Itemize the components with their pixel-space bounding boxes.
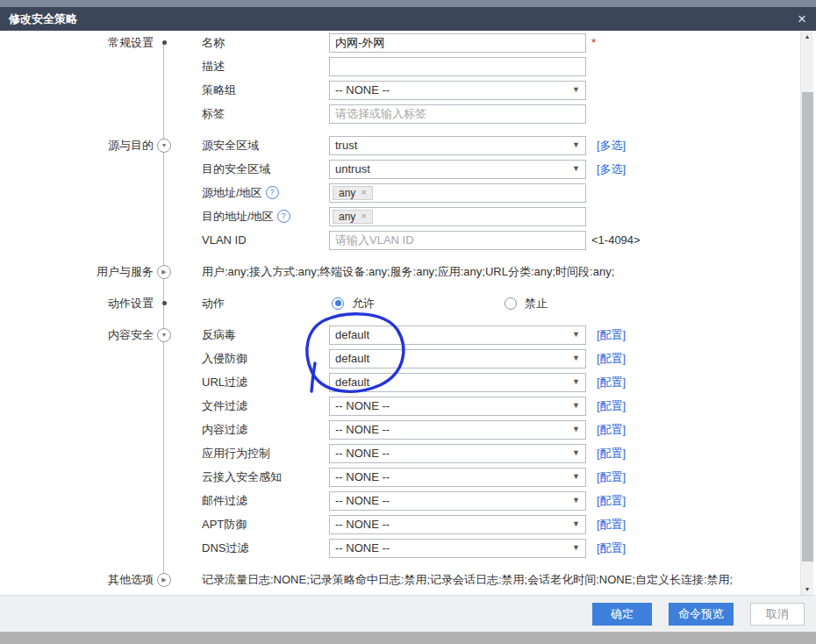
policy-group-select[interactable]: -- NONE -- ▼ — [329, 81, 586, 100]
dialog-titlebar: 修改安全策略 × — [0, 7, 816, 31]
chevron-down-icon: ▼ — [572, 331, 580, 339]
ok-button[interactable]: 确定 — [592, 603, 652, 626]
section-label-general: 常规设置 — [108, 35, 154, 51]
address-chip-value: any — [339, 187, 355, 199]
dialog-title: 修改安全策略 — [9, 11, 77, 27]
scrollbar-thumb[interactable] — [802, 92, 813, 562]
action-row: 动作 允许 禁止 — [202, 291, 816, 315]
configure-link[interactable]: [配置] — [597, 327, 626, 343]
section-label-other: 其他选项 — [108, 572, 154, 588]
policy-group-label: 策略组 — [202, 82, 329, 98]
profile-select[interactable]: -- NONE -- ▼ — [329, 397, 586, 416]
section-other: 其他选项 ▶ 记录流量日志:NONE;记录策略命中日志:禁用;记录会话日志:禁用… — [0, 568, 816, 591]
configure-link[interactable]: [配置] — [597, 375, 626, 390]
profile-select[interactable]: default ▼ — [329, 373, 586, 392]
background-page-strip-bottom — [0, 632, 816, 644]
collapse-chevron-icon[interactable]: ▼ — [157, 139, 171, 153]
configure-link[interactable]: [配置] — [597, 517, 626, 533]
content-security-row: 文件过滤 -- NONE -- ▼ [配置] — [202, 394, 816, 418]
profile-select[interactable]: -- NONE -- ▼ — [329, 515, 586, 534]
configure-link[interactable]: [配置] — [597, 469, 626, 485]
vlan-row: VLAN ID <1-4094> — [202, 228, 816, 252]
content-security-row: APT防御 -- NONE -- ▼ [配置] — [202, 512, 816, 536]
vertical-scrollbar[interactable]: ▲ ▼ — [800, 31, 813, 595]
dest-address-label: 目的地址/地区 — [202, 209, 274, 225]
chevron-down-icon: ▼ — [572, 165, 580, 173]
profile-select[interactable]: -- NONE -- ▼ — [329, 539, 586, 558]
section-action: 动作设置 动作 允许 禁止 — [0, 291, 816, 315]
help-icon[interactable]: ? — [277, 210, 290, 223]
address-chip: any × — [333, 210, 373, 224]
configure-link[interactable]: [配置] — [597, 351, 626, 367]
expand-chevron-icon[interactable]: ▶ — [157, 573, 171, 587]
configure-link[interactable]: [配置] — [597, 540, 626, 556]
profile-select[interactable]: -- NONE -- ▼ — [329, 491, 586, 511]
name-input[interactable] — [329, 33, 586, 53]
source-zone-row: 源安全区域 trust ▼ [多选] — [202, 133, 816, 157]
description-input[interactable] — [329, 57, 586, 76]
profile-select[interactable]: -- NONE -- ▼ — [329, 444, 586, 463]
chevron-down-icon: ▼ — [572, 473, 580, 481]
action-deny-option[interactable]: 禁止 — [505, 296, 548, 311]
section-user-service: 用户与服务 ▶ 用户:any;接入方式:any;终端设备:any;服务:any;… — [0, 260, 816, 283]
chip-remove-icon[interactable]: × — [361, 211, 366, 221]
name-label: 名称 — [202, 35, 329, 51]
action-allow-option[interactable]: 允许 — [332, 296, 505, 311]
scroll-up-icon[interactable]: ▲ — [801, 31, 813, 42]
address-chip: any × — [333, 186, 373, 200]
close-icon[interactable]: × — [798, 11, 806, 25]
content-security-row: 云接入安全感知 -- NONE -- ▼ [配置] — [202, 465, 816, 489]
action-label: 动作 — [202, 296, 329, 311]
chevron-down-icon: ▼ — [572, 544, 580, 552]
tag-input[interactable] — [329, 104, 586, 124]
source-address-label: 源地址/地区 — [202, 185, 262, 201]
action-deny-label: 禁止 — [525, 296, 548, 311]
command-preview-button[interactable]: 命令预览 — [669, 603, 734, 626]
section-label-content-security: 内容安全 — [108, 327, 154, 343]
content-security-row: 入侵防御 default ▼ [配置] — [202, 347, 816, 370]
chip-remove-icon[interactable]: × — [361, 188, 366, 197]
source-address-input[interactable]: any × — [329, 183, 586, 203]
profile-select[interactable]: default ▼ — [329, 326, 586, 345]
chevron-down-icon: ▼ — [572, 141, 580, 149]
content-security-row: 应用行为控制 -- NONE -- ▼ [配置] — [202, 441, 816, 465]
source-zone-select[interactable]: trust ▼ — [329, 136, 586, 155]
scroll-down-icon[interactable]: ▼ — [801, 583, 813, 595]
description-label: 描述 — [202, 59, 329, 75]
content-security-row: 内容过滤 -- NONE -- ▼ [配置] — [202, 418, 816, 441]
user-service-summary: 用户:any;接入方式:any;终端设备:any;服务:any;应用:any;U… — [202, 264, 614, 280]
dest-zone-multi-select-link[interactable]: [多选] — [597, 161, 626, 177]
configure-link[interactable]: [配置] — [597, 446, 626, 462]
profile-select[interactable]: default ▼ — [329, 349, 586, 369]
chevron-down-icon: ▼ — [572, 86, 580, 94]
vlan-input[interactable] — [329, 231, 586, 250]
configure-link[interactable]: [配置] — [597, 422, 626, 438]
source-zone-multi-select-link[interactable]: [多选] — [597, 138, 626, 154]
collapse-chevron-icon[interactable]: ▼ — [157, 328, 171, 342]
chevron-down-icon: ▼ — [572, 378, 580, 386]
radio-unselected-icon[interactable] — [505, 297, 517, 310]
background-page-strip-top — [0, 0, 816, 7]
name-row: 名称 * — [202, 31, 816, 54]
configure-link[interactable]: [配置] — [597, 398, 626, 414]
chevron-down-icon: ▼ — [572, 402, 580, 410]
dest-zone-select[interactable]: untrust ▼ — [329, 160, 586, 179]
section-general: 常规设置 名称 * 描述 策略组 -- NONE -- ▼ 标签 — [0, 31, 816, 125]
dest-address-input[interactable]: any × — [329, 207, 586, 226]
cancel-button[interactable]: 取消 — [750, 603, 805, 626]
section-label-source-dest: 源与目的 — [108, 138, 154, 154]
content-security-row: 反病毒 default ▼ [配置] — [202, 323, 816, 347]
help-icon[interactable]: ? — [266, 186, 279, 199]
section-label-user-service: 用户与服务 — [97, 264, 154, 280]
section-dot-icon — [162, 40, 167, 45]
configure-link[interactable]: [配置] — [597, 493, 626, 509]
dialog-body: 常规设置 名称 * 描述 策略组 -- NONE -- ▼ 标签 — [0, 31, 816, 595]
radio-selected-icon[interactable] — [332, 297, 344, 310]
profile-select[interactable]: -- NONE -- ▼ — [329, 420, 586, 440]
chevron-down-icon: ▼ — [572, 520, 580, 528]
profile-select[interactable]: -- NONE -- ▼ — [329, 468, 586, 487]
dialog-footer: 确定 命令预览 取消 — [0, 595, 816, 632]
section-dot-icon — [162, 301, 167, 305]
expand-chevron-icon[interactable]: ▶ — [157, 265, 171, 279]
content-security-row: DNS过滤 -- NONE -- ▼ [配置] — [202, 536, 816, 560]
